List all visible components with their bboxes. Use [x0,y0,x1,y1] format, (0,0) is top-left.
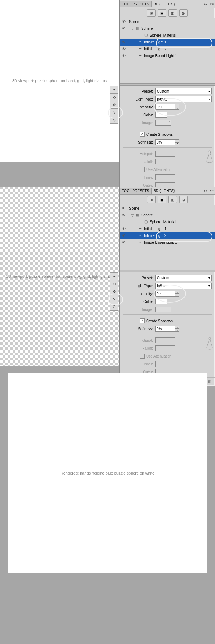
softness-input[interactable] [155,326,175,332]
preset-label: Preset: [123,276,155,280]
image-menu: ▾ [167,120,171,126]
light-type-label: Light Type: [123,284,155,288]
visibility-icon[interactable]: 👁 [121,47,126,52]
intensity-label: Intensity: [123,105,155,109]
intensity-input[interactable] [155,291,175,297]
use-attenuation-checkbox [140,354,145,359]
preset-select[interactable]: Custom▾ [155,88,212,94]
filter-material-icon[interactable]: ◫ [168,196,177,203]
tab-tool-presets[interactable]: TOOL PRESETS [120,1,152,7]
tool-rotate-icon[interactable]: ⟲ [110,93,118,101]
scene-material[interactable]: ▢Sphere_Material [120,219,215,225]
menu-icon[interactable]: ▾≡ [209,188,214,193]
tool-move-light-icon[interactable]: ↘ [110,295,118,303]
tab-3d-lights[interactable]: 3D {LIGHTS} [152,1,177,8]
filter-material-icon[interactable]: ◫ [168,9,177,17]
visibility-icon[interactable]: 👁 [121,227,126,232]
light-icon: ✦ [138,53,143,59]
visibility-icon[interactable]: 👁 [121,213,126,218]
visibility-icon[interactable]: 👁 [121,40,126,45]
softness-label: Softness: [123,140,155,144]
viewport-3d[interactable]: 3D viewport: puzzle sphere, transparent … [0,187,119,366]
inner-label: Inner: [123,362,155,366]
falloff-label: Falloff: [123,346,155,350]
filter-scene-icon[interactable]: ⊞ [147,9,156,17]
preset-select[interactable]: Custom▾ [155,275,212,281]
collapse-icon[interactable]: ▸▸ [204,188,209,193]
softness-spinner[interactable]: ▴▾ [175,326,179,332]
intensity-spinner[interactable]: ▴▾ [175,291,179,297]
collapse-icon[interactable]: ▸▸ [204,1,209,6]
falloff-input [155,159,175,164]
scene-material[interactable]: ▢Sphere_Material [120,32,215,39]
scene-tree[interactable]: 👁Scene 👁▽▦Sphere ▢Sphere_Material 👁✦Infi… [120,18,215,83]
scene-root[interactable]: 👁Scene [120,18,215,25]
filter-scene-icon[interactable]: ⊞ [147,196,156,203]
visibility-icon[interactable]: 👁 [121,26,126,31]
softness-spinner[interactable]: ▴▾ [175,139,179,145]
scene-light-2[interactable]: 👁✦Infinite Light 2 [120,232,215,239]
use-attenuation-label: Use Attenuation [146,168,174,172]
scene-light-2[interactable]: 👁✦Infinite Light 2 [120,46,215,52]
hotspot-label: Hotspot: [123,339,155,342]
intensity-spinner[interactable]: ▴▾ [175,104,179,110]
tab-tool-presets[interactable]: TOOL PRESETS [120,188,152,194]
scene-root[interactable]: 👁Scene [120,205,215,212]
triangle-down-icon[interactable]: ▽ [131,27,135,31]
tool-move-light-icon[interactable]: ↘ [110,108,118,116]
filter-light-icon[interactable]: ◎ [179,196,188,203]
scene-group-sphere[interactable]: 👁▽▦Sphere [120,25,215,32]
color-swatch[interactable] [155,112,167,118]
panel-3d-lights: TOOL PRESETS 3D {LIGHTS} ▸▸ ▾≡ ⊞ ▣ ◫ ◎ 👁… [119,187,215,386]
light-type-label: Light Type: [123,97,155,101]
filter-light-icon[interactable]: ◎ [179,9,188,17]
create-shadows-checkbox[interactable]: ✓ [140,132,145,137]
filter-mesh-icon[interactable]: ▣ [158,196,166,203]
visibility-icon[interactable]: 👁 [121,233,126,238]
hotspot-label: Hotspot: [123,152,155,156]
tool-point-icon[interactable]: ⊙ [110,303,118,311]
use-attenuation-label: Use Attenuation [146,354,174,358]
tool-new-icon[interactable]: ✦ [110,86,118,94]
visibility-icon[interactable]: 👁 [121,53,126,59]
light-cone-icon [205,150,214,165]
tool-pan-icon[interactable]: ✥ [110,288,118,295]
visibility-icon[interactable]: 👁 [121,206,126,211]
visibility-icon[interactable]: 👁 [121,19,126,24]
image-menu: ▾ [167,307,171,312]
scene-tree[interactable]: 👁Scene 👁▽▦Sphere ▢Sphere_Material 👁✦Infi… [120,205,215,270]
color-swatch[interactable] [155,299,167,304]
visibility-icon[interactable]: 👁 [121,240,126,245]
filter-mesh-icon[interactable]: ▣ [158,9,166,17]
create-shadows-checkbox[interactable]: ✓ [140,318,145,323]
triangle-down-icon[interactable]: ▽ [131,214,135,217]
image-picker [155,307,167,312]
scene-light-1[interactable]: 👁✦Infinite Light 1 [120,39,215,46]
tab-3d-lights[interactable]: 3D {LIGHTS} [152,188,177,194]
visibility-icon[interactable] [121,220,126,225]
chevron-down-icon: ▾ [208,284,210,288]
softness-label: Softness: [123,327,155,331]
intensity-input[interactable] [155,104,175,110]
tool-point-icon[interactable]: ⊙ [110,116,118,124]
light-type-select[interactable]: Infinite▾ [155,96,212,102]
create-shadows-label: Create Shadows [146,132,173,136]
color-label: Color: [123,113,155,117]
chevron-down-icon: ▾ [208,276,210,280]
light-type-select[interactable]: Infinite▾ [155,283,212,289]
scene-light-1[interactable]: 👁✦Infinite Light 1 [120,225,215,232]
tool-pan-icon[interactable]: ✥ [110,101,118,109]
svg-point-0 [209,151,211,153]
scene-light-3[interactable]: 👁✦Image Based Light 1 [120,52,215,59]
mesh-icon: ▦ [135,26,140,31]
tool-rotate-icon[interactable]: ⟲ [110,280,118,288]
scene-group-sphere[interactable]: 👁▽▦Sphere [120,212,215,219]
menu-icon[interactable]: ▾≡ [209,1,214,6]
color-label: Color: [123,300,155,304]
viewport-3d[interactable]: 3D viewport: puzzle sphere on hand, grid… [0,0,119,162]
scene-light-3[interactable]: 👁✦Image Based Light 1 [120,239,215,246]
softness-input[interactable] [155,139,175,145]
inner-label: Inner: [123,176,155,179]
visibility-icon[interactable] [121,33,126,38]
tool-new-icon[interactable]: ✦ [110,272,118,280]
